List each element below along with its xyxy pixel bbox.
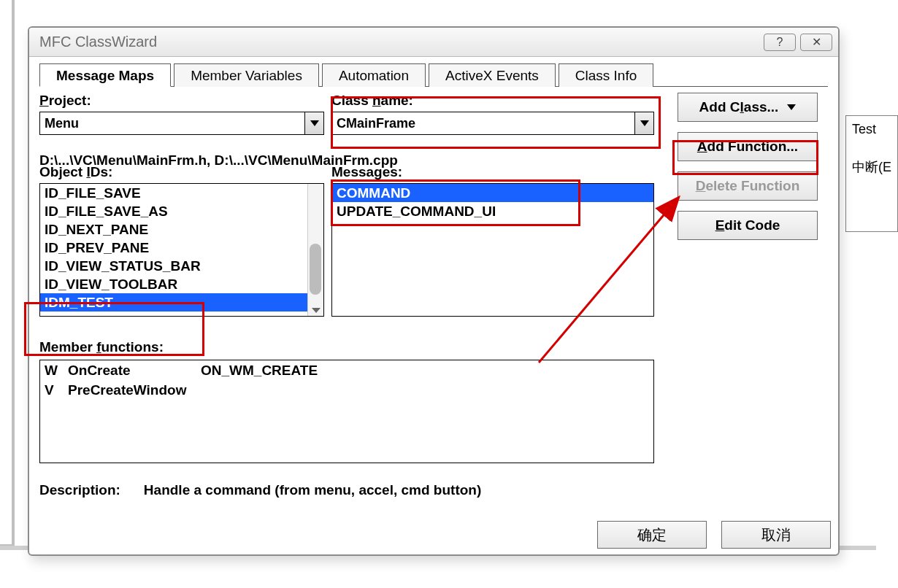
member-functions-label: Member functions: <box>39 339 164 355</box>
project-label-rest: roject: <box>49 93 91 108</box>
classname-combo-value: CMainFrame <box>332 112 634 134</box>
object-ids-scrollbar[interactable] <box>307 184 323 316</box>
message-item-selected[interactable]: COMMAND <box>332 184 653 202</box>
classname-label-post: ame: <box>381 93 413 108</box>
project-label: Project: <box>39 93 324 109</box>
titlebar-buttons: ? ✕ <box>764 34 832 51</box>
object-ids-listbox[interactable]: ID_FILE_SAVE ID_FILE_SAVE_AS ID_NEXT_PAN… <box>39 183 324 317</box>
close-icon: ✕ <box>812 35 821 49</box>
tabstrip: Message Maps Member Variables Automation… <box>39 63 828 87</box>
add-class-label: Add Class... <box>699 99 779 115</box>
dialog-content: Message Maps Member Variables Automation… <box>29 57 838 554</box>
project-combo-arrow[interactable] <box>304 112 323 134</box>
cancel-button[interactable]: 取消 <box>721 521 831 549</box>
background-right-panel: Test 中断(E <box>845 115 898 232</box>
classname-combo[interactable]: CMainFrame <box>331 112 654 135</box>
dialog-titlebar[interactable]: MFC ClassWizard ? ✕ <box>29 28 838 57</box>
object-id-item[interactable]: ID_PREV_PANE <box>40 239 323 257</box>
help-button[interactable]: ? <box>764 34 796 51</box>
classname-label-pre: Class <box>331 93 372 108</box>
left-column: Project: Menu Object IDs: ID_FILE_SAVE I… <box>39 93 324 317</box>
dropdown-arrow-icon <box>787 104 796 110</box>
background-left-border <box>0 0 15 547</box>
memfunc-tag: V <box>45 380 68 400</box>
close-button[interactable]: ✕ <box>800 34 832 51</box>
classname-label: Class name: <box>331 93 654 109</box>
source-path-line: D:\...\VC\Menu\MainFrm.h, D:\...\VC\Menu… <box>39 152 398 169</box>
mid-column: Class name: CMainFrame Messages: COMMAND… <box>331 93 654 317</box>
delete-function-button: Delete Function <box>678 171 818 201</box>
member-function-row[interactable]: V PreCreateWindow <box>40 380 653 400</box>
member-function-row[interactable]: W OnCreate ON_WM_CREATE <box>40 360 653 380</box>
memfunc-label-post: unctions: <box>101 339 164 355</box>
project-combo[interactable]: Menu <box>39 112 324 135</box>
object-id-item[interactable]: ID_VIEW_TOOLBAR <box>40 275 323 293</box>
memfunc-label-pre: Member <box>39 339 96 355</box>
tab-automation[interactable]: Automation <box>322 63 426 87</box>
object-id-item[interactable]: ID_NEXT_PANE <box>40 220 323 239</box>
description-value: Handle a command (from menu, accel, cmd … <box>144 482 481 498</box>
tab-automation-label: Automation <box>339 68 409 83</box>
tab-member-variables-label: Member Variables <box>191 68 302 83</box>
memfunc-tag: W <box>45 360 68 380</box>
classname-label-u: n <box>372 93 381 108</box>
tab-class-info[interactable]: Class Info <box>559 63 653 87</box>
dialog-footer: 确定 取消 <box>597 521 831 549</box>
project-combo-value: Menu <box>40 112 304 134</box>
right-column: Add Class... Add Function... Delete Func… <box>678 93 818 240</box>
help-icon: ? <box>777 36 783 49</box>
background-right-text-1: Test <box>852 122 876 137</box>
tab-activex-events[interactable]: ActiveX Events <box>429 63 556 87</box>
add-function-button[interactable]: Add Function... <box>678 132 818 161</box>
tab-activex-events-label: ActiveX Events <box>445 68 539 83</box>
ok-label: 确定 <box>637 525 667 545</box>
tab-class-info-label: Class Info <box>575 68 637 83</box>
member-functions-listbox[interactable]: W OnCreate ON_WM_CREATE V PreCreateWindo… <box>39 360 654 463</box>
dialog-grid: Project: Menu Object IDs: ID_FILE_SAVE I… <box>39 93 828 539</box>
memfunc-name: PreCreateWindow <box>68 380 201 400</box>
add-function-label: Add Function... <box>697 139 798 155</box>
cancel-label: 取消 <box>761 525 791 545</box>
edit-code-label: Edit Code <box>715 217 780 233</box>
scrollbar-thumb[interactable] <box>310 244 321 295</box>
edit-code-button[interactable]: Edit Code <box>678 211 818 240</box>
delete-function-label: Delete Function <box>696 178 800 194</box>
tab-message-maps[interactable]: Message Maps <box>39 63 171 87</box>
ok-button[interactable]: 确定 <box>597 521 707 549</box>
message-item[interactable]: UPDATE_COMMAND_UI <box>332 202 653 220</box>
classname-combo-arrow[interactable] <box>634 112 653 134</box>
project-label-u: P <box>39 93 49 108</box>
messages-listbox[interactable]: COMMAND UPDATE_COMMAND_UI <box>331 183 654 317</box>
memfunc-msg: ON_WM_CREATE <box>201 360 318 380</box>
tab-member-variables[interactable]: Member Variables <box>174 63 319 87</box>
scrollbar-down-icon[interactable] <box>308 304 324 316</box>
description-row: Description: Handle a command (from menu… <box>39 482 481 498</box>
object-id-item-selected[interactable]: IDM_TEST <box>40 293 323 312</box>
tab-message-maps-label: Message Maps <box>56 68 154 83</box>
description-label: Description: <box>39 482 120 498</box>
classwizard-dialog: MFC ClassWizard ? ✕ Message Maps Member … <box>28 26 840 556</box>
dialog-title: MFC ClassWizard <box>39 34 157 50</box>
background-right-text-2: 中断(E <box>852 158 891 176</box>
object-id-item[interactable]: ID_FILE_SAVE <box>40 184 323 202</box>
object-id-item[interactable]: ID_FILE_SAVE_AS <box>40 202 323 220</box>
object-id-item[interactable]: ID_VIEW_STATUS_BAR <box>40 257 323 275</box>
add-class-button[interactable]: Add Class... <box>678 93 818 122</box>
memfunc-name: OnCreate <box>68 360 201 380</box>
